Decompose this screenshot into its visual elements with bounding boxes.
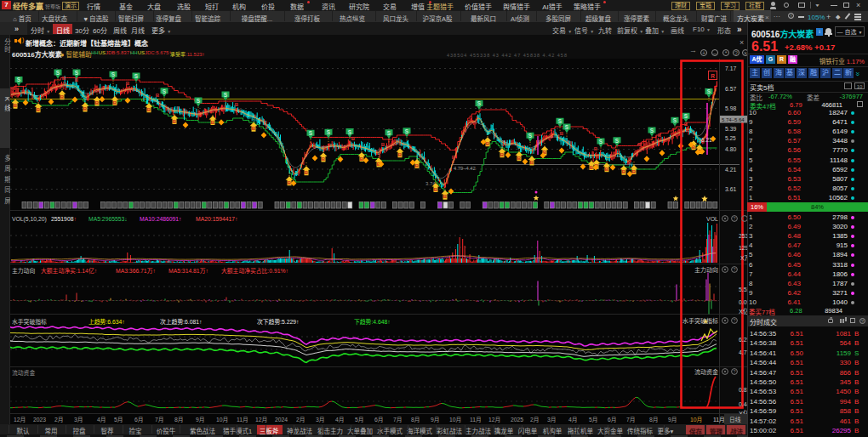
svg-text:B: B	[638, 142, 642, 147]
svg-text:B: B	[605, 167, 609, 172]
svg-text:B: B	[288, 180, 292, 185]
svg-text:B: B	[486, 141, 490, 146]
svg-text:大额主动净买占比:0.91%↑: 大额主动净买占比:0.91%↑	[221, 267, 288, 275]
svg-text:0.81: 0.81	[739, 387, 747, 393]
svg-text:MA5:314.81万↑: MA5:314.81万↑	[168, 268, 208, 275]
svg-text:S: S	[224, 92, 228, 98]
svg-text:5.25: 5.25	[725, 135, 736, 141]
svg-text:B: B	[75, 77, 79, 82]
svg-text:S: S	[387, 130, 391, 136]
svg-text:次上趋势:6.081↑: 次上趋势:6.081↑	[160, 318, 202, 326]
svg-text:MA10:2486091↑: MA10:2486091↑	[140, 216, 182, 222]
svg-text:B: B	[658, 133, 662, 138]
svg-text:6.21: 6.21	[701, 137, 712, 143]
svg-text:12月: 12月	[488, 417, 500, 423]
svg-text:12月: 12月	[14, 417, 26, 423]
svg-text:6.57: 6.57	[725, 86, 736, 92]
svg-text:7月: 7月	[155, 417, 164, 423]
svg-text:B: B	[12, 86, 16, 91]
svg-text:X亿: X亿	[739, 307, 747, 315]
svg-text:11月: 11月	[470, 417, 482, 423]
svg-text:2月: 2月	[530, 417, 540, 423]
svg-text:3.61: 3.61	[725, 186, 736, 192]
svg-text:5月: 5月	[114, 417, 123, 423]
svg-text:?: ?	[733, 216, 735, 221]
svg-text:9月: 9月	[196, 417, 205, 423]
svg-text:0.44: 0.44	[739, 401, 747, 407]
svg-text:主力动向: 主力动向	[12, 267, 35, 275]
svg-text:MA20:1594417↑: MA20:1594417↑	[196, 216, 238, 222]
svg-text:B: B	[113, 100, 117, 105]
svg-text:B: B	[381, 142, 385, 147]
svg-text:2551908↑: 2551908↑	[51, 216, 77, 222]
svg-text:B: B	[684, 122, 688, 127]
svg-text:?: ?	[733, 318, 735, 323]
svg-text:S: S	[558, 118, 562, 124]
svg-text:4月: 4月	[568, 417, 578, 423]
svg-text:4月: 4月	[97, 417, 106, 423]
svg-text:8月: 8月	[174, 417, 184, 423]
svg-text:VOL: VOL	[706, 216, 718, 222]
svg-text:B: B	[211, 120, 215, 125]
svg-text:2024: 2024	[275, 417, 288, 423]
svg-text:次下趋势:5.229↑: 次下趋势:5.229↑	[257, 318, 299, 326]
svg-text:S: S	[163, 88, 167, 94]
svg-text:9月: 9月	[431, 417, 440, 423]
svg-text:VOL(5,10,20): VOL(5,10,20)	[12, 216, 47, 223]
svg-text:4.80: 4.80	[725, 146, 736, 152]
svg-text:S: S	[75, 70, 79, 76]
svg-text:下趋势:4.648↑: 下趋势:4.648↑	[354, 318, 391, 326]
svg-text:?: ?	[733, 267, 735, 272]
svg-text:3月: 3月	[74, 417, 83, 423]
svg-text:S: S	[673, 117, 677, 123]
svg-text:S: S	[684, 113, 688, 119]
svg-text:8月: 8月	[411, 417, 420, 423]
svg-text:0.09: 0.09	[739, 299, 747, 305]
svg-text:253.91: 253.91	[739, 233, 747, 239]
svg-text:S: S	[111, 71, 116, 77]
svg-text:2月: 2月	[296, 417, 306, 423]
svg-text:10月: 10月	[690, 417, 702, 423]
svg-text:S: S	[134, 73, 139, 79]
svg-text:B: B	[37, 107, 41, 112]
svg-text:B: B	[398, 152, 403, 157]
svg-text:B: B	[351, 136, 356, 141]
svg-text:MA3:366.71万↑: MA3:366.71万↑	[116, 268, 156, 275]
svg-text:B: B	[173, 119, 177, 124]
svg-text:B: B	[434, 187, 438, 192]
svg-text:S: S	[17, 77, 21, 82]
svg-text:日线: 日线	[729, 416, 741, 423]
svg-text:B: B	[530, 160, 534, 165]
svg-text:B: B	[560, 131, 564, 136]
svg-text:S: S	[327, 129, 331, 135]
svg-text:5.52: 5.52	[739, 287, 747, 292]
svg-text:S: S	[615, 138, 620, 144]
svg-text:B: B	[594, 146, 598, 151]
svg-text:S: S	[405, 128, 409, 134]
svg-text:129.46: 129.46	[739, 245, 747, 251]
svg-text:8月: 8月	[649, 417, 659, 423]
svg-text:流动资金: 流动资金	[694, 368, 718, 376]
svg-text:5月: 5月	[589, 417, 598, 423]
svg-text:S: S	[56, 70, 60, 76]
svg-text:B: B	[235, 102, 239, 107]
svg-text:流动资金: 流动资金	[12, 369, 35, 377]
svg-text:B: B	[622, 169, 626, 174]
svg-text:B: B	[500, 152, 505, 157]
svg-text:6.29: 6.29	[739, 337, 747, 343]
svg-text:S: S	[707, 88, 711, 94]
svg-text:S: S	[565, 124, 569, 130]
svg-text:2025: 2025	[511, 417, 523, 423]
svg-text:B: B	[322, 156, 326, 162]
svg-text:MA5:2965553↓: MA5:2965553↓	[89, 216, 128, 222]
svg-text:4.77: 4.77	[739, 349, 747, 355]
svg-text:10月: 10月	[216, 417, 228, 423]
svg-text:S: S	[528, 133, 533, 139]
svg-text:5月: 5月	[355, 417, 364, 423]
svg-text:10月: 10月	[449, 417, 461, 423]
svg-text:5.74–5.64: 5.74–5.64	[722, 117, 745, 122]
svg-text:4.21: 4.21	[725, 167, 736, 173]
svg-text:2023: 2023	[33, 417, 46, 423]
svg-text:主力动向: 主力动向	[694, 266, 718, 274]
svg-text:B: B	[62, 76, 66, 81]
